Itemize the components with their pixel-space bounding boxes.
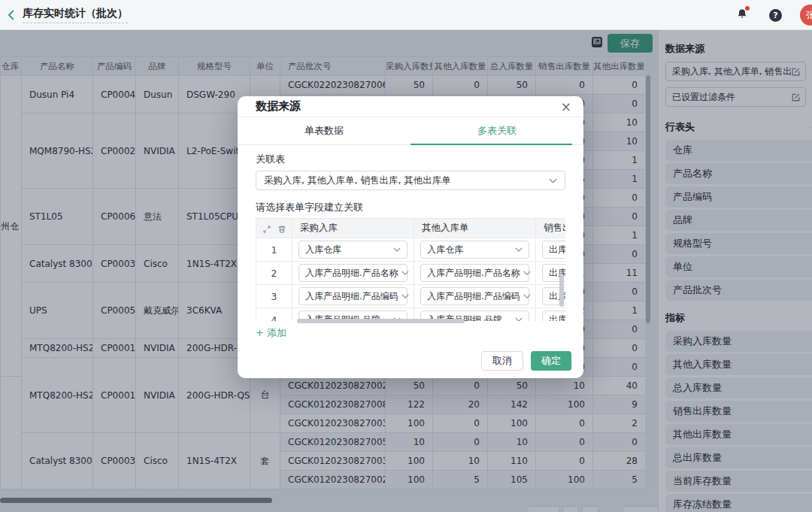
- add-mapping-row-button[interactable]: + 添加: [256, 326, 286, 340]
- chevron-down-icon: [401, 271, 409, 275]
- modal-tabs: 单表数据 多表关联: [238, 117, 583, 145]
- field-select[interactable]: 入库仓库: [420, 241, 529, 259]
- notifications-button[interactable]: [736, 8, 748, 23]
- plus-icon: +: [256, 327, 264, 338]
- modal-vertical-scrollbar-thumb[interactable]: [559, 274, 564, 307]
- field-select[interactable]: 入库仓库: [298, 241, 408, 259]
- chevron-down-icon: [515, 317, 523, 321]
- related-table-value: 采购入库, 其他入库单, 销售出库, 其他出库单: [264, 174, 451, 187]
- mapping-row: 3入库产品明细.产品编码入库产品明细.产品编码出库产: [256, 285, 566, 308]
- tab-single-table[interactable]: 单表数据: [238, 117, 411, 144]
- topbar: 库存实时统计（批次） ? 张: [0, 0, 812, 30]
- mapping-field-cell: 出库产: [536, 308, 566, 322]
- cancel-button[interactable]: 取消: [481, 351, 523, 371]
- mapping-field-cell: 入库仓库: [414, 238, 536, 262]
- related-table-select[interactable]: 采购入库, 其他入库单, 销售出库, 其他出库单: [256, 171, 565, 190]
- tab-multi-table[interactable]: 多表关联: [411, 117, 583, 144]
- field-select[interactable]: 出库仓: [542, 241, 565, 259]
- avatar[interactable]: 张: [800, 5, 812, 26]
- mapping-tools-cell: [256, 219, 292, 238]
- field-select[interactable]: 入库产品明细.产品编码: [420, 287, 529, 305]
- page-title: 库存实时统计（批次）: [23, 7, 128, 23]
- field-mapping-table: 采购入库其他入库单销售出库1入库仓库入库仓库出库仓2入库产品明细.产品名称入库产…: [256, 218, 565, 321]
- field-select-value: 入库产品明细.产品编码: [427, 290, 520, 303]
- mapping-index-cell: 2: [256, 262, 292, 285]
- field-select-value: 出库仓: [549, 244, 565, 256]
- modal-footer: 取消 确定: [481, 351, 571, 371]
- expand-icon[interactable]: [262, 225, 271, 234]
- mapping-field-cell: 入库仓库: [292, 238, 414, 262]
- chevron-down-icon: [523, 294, 531, 298]
- mapping-field-cell: 入库产品明细.产品编码: [414, 285, 536, 308]
- mapping-field-cell: 入库产品明细.产品编码: [292, 285, 414, 308]
- field-select-value: 入库产品明细.产品名称: [427, 267, 520, 280]
- field-mapping-hint: 请选择表单字段建立关联: [256, 201, 565, 214]
- field-select-value: 入库产品明细.产品名称: [305, 267, 398, 280]
- field-select-value: 入库仓库: [427, 244, 463, 256]
- mapping-column-header: 其他入库单: [414, 219, 536, 238]
- confirm-button[interactable]: 确定: [531, 351, 571, 371]
- mapping-index-cell: 1: [256, 238, 292, 262]
- notification-dot: [745, 6, 750, 11]
- mapping-field-cell: 出库仓: [536, 238, 566, 262]
- help-button[interactable]: ?: [769, 9, 782, 22]
- mapping-header-row: 采购入库其他入库单销售出库: [256, 219, 566, 238]
- modal-body: 关联表 采购入库, 其他入库单, 销售出库, 其他出库单 请选择表单字段建立关联…: [238, 153, 583, 321]
- back-chevron-icon: [7, 9, 16, 21]
- trash-icon[interactable]: [277, 225, 286, 234]
- field-mapping-table-wrap: 采购入库其他入库单销售出库1入库仓库入库仓库出库仓2入库产品明细.产品名称入库产…: [256, 218, 565, 321]
- modal-header: 数据来源 ×: [238, 96, 583, 117]
- mapping-index-cell: 3: [256, 285, 292, 308]
- chevron-down-icon: [523, 271, 531, 275]
- back-button[interactable]: [0, 0, 23, 30]
- modal-title: 数据来源: [256, 99, 301, 114]
- chevron-down-icon: [515, 247, 523, 252]
- mapping-column-header: 销售出库: [536, 219, 566, 238]
- mapping-field-cell: 入库产品明细.产品名称: [414, 262, 536, 285]
- field-select[interactable]: 入库产品明细.产品编码: [298, 287, 408, 305]
- mapping-row: 2入库产品明细.产品名称入库产品明细.产品名称出库产: [256, 262, 566, 285]
- mapping-column-header: 采购入库: [292, 219, 414, 238]
- mapping-field-cell: 入库产品明细.产品名称: [292, 262, 414, 285]
- chevron-down-icon: [549, 178, 557, 183]
- modal-horizontal-scrollbar-thumb[interactable]: [297, 319, 465, 323]
- field-select-value: 入库仓库: [305, 244, 341, 256]
- chevron-down-icon: [401, 294, 409, 298]
- mapping-index-cell: 4: [256, 308, 292, 322]
- field-select[interactable]: 入库产品明细.产品名称: [298, 264, 408, 282]
- field-select-value: 入库产品明细.产品编码: [305, 290, 398, 303]
- field-select[interactable]: 出库产: [542, 311, 565, 321]
- related-table-label: 关联表: [256, 153, 565, 166]
- data-source-modal: 数据来源 × 单表数据 多表关联 关联表 采购入库, 其他入库单, 销售出库, …: [238, 96, 583, 378]
- mapping-row: 1入库仓库入库仓库出库仓: [256, 238, 566, 262]
- chevron-down-icon: [393, 247, 401, 252]
- close-icon[interactable]: ×: [561, 101, 571, 114]
- field-select-value: 出库产: [549, 314, 565, 322]
- field-select[interactable]: 入库产品明细.产品名称: [420, 264, 529, 282]
